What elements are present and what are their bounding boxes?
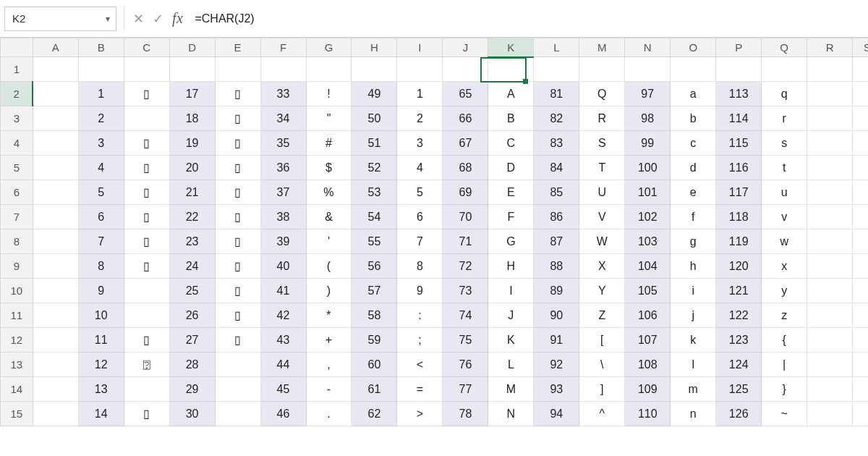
cell-P7[interactable]: 118 <box>716 205 762 229</box>
cancel-icon[interactable]: ✕ <box>133 12 144 25</box>
cell-P9[interactable]: 120 <box>716 254 762 279</box>
column-header-J[interactable]: J <box>443 38 488 57</box>
cell-L14[interactable]: 93 <box>534 377 579 402</box>
column-header-D[interactable]: D <box>169 38 215 57</box>
cell-G14[interactable]: - <box>306 377 352 402</box>
cell-I14[interactable]: = <box>397 377 443 402</box>
row-header-12[interactable]: 12 <box>1 328 33 352</box>
cell-I7[interactable]: 6 <box>397 205 443 229</box>
cell-D5[interactable]: 20 <box>169 156 215 180</box>
cell-J11[interactable]: 74 <box>443 303 488 328</box>
cell-S12[interactable] <box>853 328 868 352</box>
cell-E2[interactable]: ▯ <box>215 82 260 106</box>
cell-O7[interactable]: f <box>671 205 716 229</box>
cell-I11[interactable]: : <box>397 303 443 328</box>
cell-N15[interactable]: 110 <box>625 402 671 426</box>
cell-Q6[interactable]: u <box>762 180 807 205</box>
cell-I2[interactable]: 1 <box>397 82 443 106</box>
cell-R1[interactable] <box>807 57 853 82</box>
cell-F6[interactable]: 37 <box>260 180 306 205</box>
cell-I12[interactable]: ; <box>397 328 443 352</box>
cell-M6[interactable]: U <box>579 180 625 205</box>
cell-A9[interactable] <box>33 254 78 279</box>
cell-C14[interactable] <box>124 377 169 402</box>
cell-H11[interactable]: 58 <box>352 303 397 328</box>
cell-S11[interactable] <box>853 303 868 328</box>
cell-G4[interactable]: # <box>306 131 352 156</box>
cell-B5[interactable]: 4 <box>78 156 124 180</box>
cell-B9[interactable]: 8 <box>78 254 124 279</box>
cell-L5[interactable]: 84 <box>534 156 579 180</box>
cell-Q5[interactable]: t <box>762 156 807 180</box>
cell-C9[interactable]: ▯ <box>124 254 169 279</box>
row-header-9[interactable]: 9 <box>1 254 33 279</box>
cell-E4[interactable]: ▯ <box>215 131 260 156</box>
cell-F4[interactable]: 35 <box>260 131 306 156</box>
cell-P11[interactable]: 122 <box>716 303 762 328</box>
cell-R8[interactable] <box>807 229 853 254</box>
cell-Q2[interactable]: q <box>762 82 807 106</box>
cell-P12[interactable]: 123 <box>716 328 762 352</box>
cell-L12[interactable]: 91 <box>534 328 579 352</box>
cell-N4[interactable]: 99 <box>625 131 671 156</box>
cell-N11[interactable]: 106 <box>625 303 671 328</box>
row-header-10[interactable]: 10 <box>1 279 33 303</box>
cell-H2[interactable]: 49 <box>352 82 397 106</box>
column-header-L[interactable]: L <box>534 38 579 57</box>
cell-C11[interactable] <box>124 303 169 328</box>
cell-P2[interactable]: 113 <box>716 82 762 106</box>
column-header-R[interactable]: R <box>807 38 853 57</box>
cell-A4[interactable] <box>33 131 78 156</box>
cell-Q1[interactable] <box>762 57 807 82</box>
cell-P14[interactable]: 125 <box>716 377 762 402</box>
cell-L4[interactable]: 83 <box>534 131 579 156</box>
cell-O9[interactable]: h <box>671 254 716 279</box>
row-header-11[interactable]: 11 <box>1 303 33 328</box>
cell-E3[interactable]: ▯ <box>215 106 260 131</box>
cell-S1[interactable] <box>853 57 868 82</box>
cell-J9[interactable]: 72 <box>443 254 488 279</box>
cell-P8[interactable]: 119 <box>716 229 762 254</box>
cell-C4[interactable]: ▯ <box>124 131 169 156</box>
cell-K14[interactable]: M <box>488 377 534 402</box>
column-header-O[interactable]: O <box>671 38 716 57</box>
cell-Q10[interactable]: y <box>762 279 807 303</box>
cell-Q7[interactable]: v <box>762 205 807 229</box>
cell-M10[interactable]: Y <box>579 279 625 303</box>
cell-P6[interactable]: 117 <box>716 180 762 205</box>
cell-B8[interactable]: 7 <box>78 229 124 254</box>
cell-R3[interactable] <box>807 106 853 131</box>
cell-R13[interactable] <box>807 352 853 377</box>
row-header-7[interactable]: 7 <box>1 205 33 229</box>
cell-J4[interactable]: 67 <box>443 131 488 156</box>
cell-C8[interactable]: ▯ <box>124 229 169 254</box>
cell-D11[interactable]: 26 <box>169 303 215 328</box>
cell-K7[interactable]: F <box>488 205 534 229</box>
cell-H9[interactable]: 56 <box>352 254 397 279</box>
cell-K2[interactable]: A <box>488 82 534 106</box>
column-header-N[interactable]: N <box>625 38 671 57</box>
cell-D13[interactable]: 28 <box>169 352 215 377</box>
cell-E12[interactable]: ▯ <box>215 328 260 352</box>
cell-A7[interactable] <box>33 205 78 229</box>
cell-G1[interactable] <box>306 57 352 82</box>
chevron-down-icon[interactable]: ▾ <box>106 14 110 24</box>
cell-G9[interactable]: ( <box>306 254 352 279</box>
cell-A3[interactable] <box>33 106 78 131</box>
cell-S8[interactable] <box>853 229 868 254</box>
cell-Q4[interactable]: s <box>762 131 807 156</box>
cell-K10[interactable]: I <box>488 279 534 303</box>
cell-H5[interactable]: 52 <box>352 156 397 180</box>
cell-H13[interactable]: 60 <box>352 352 397 377</box>
cell-R12[interactable] <box>807 328 853 352</box>
cell-N7[interactable]: 102 <box>625 205 671 229</box>
cell-M3[interactable]: R <box>579 106 625 131</box>
cell-D3[interactable]: 18 <box>169 106 215 131</box>
cell-A11[interactable] <box>33 303 78 328</box>
cell-F14[interactable]: 45 <box>260 377 306 402</box>
cell-S2[interactable] <box>853 82 868 106</box>
column-header-P[interactable]: P <box>716 38 762 57</box>
cell-B13[interactable]: 12 <box>78 352 124 377</box>
cell-I10[interactable]: 9 <box>397 279 443 303</box>
cell-O6[interactable]: e <box>671 180 716 205</box>
